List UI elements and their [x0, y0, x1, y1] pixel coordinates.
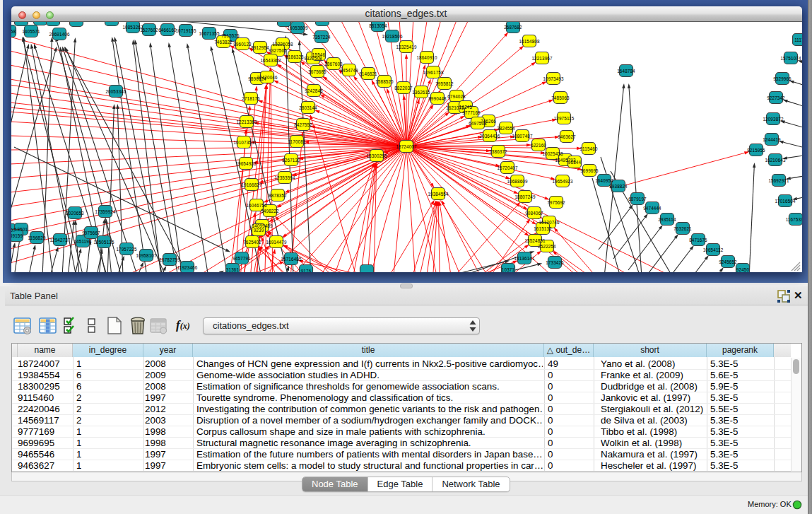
svg-text:1170081: 1170081 — [288, 139, 305, 144]
svg-text:20691406: 20691406 — [49, 32, 70, 37]
svg-text:1640954: 1640954 — [595, 178, 613, 183]
svg-text:9227342: 9227342 — [767, 95, 785, 100]
svg-text:9176: 9176 — [301, 269, 312, 273]
svg-text:10973493: 10973493 — [543, 76, 564, 81]
svg-text:9242848: 9242848 — [305, 88, 323, 93]
svg-text:2935114: 2935114 — [658, 217, 676, 222]
svg-text:22420046: 22420046 — [257, 75, 278, 80]
svg-text:17957225: 17957225 — [116, 247, 137, 252]
svg-text:16210643: 16210643 — [765, 158, 786, 163]
svg-text:12213369: 12213369 — [236, 119, 257, 124]
svg-text:7463822: 7463822 — [214, 40, 233, 45]
svg-text:16914479: 16914479 — [266, 240, 287, 245]
svg-text:6879197: 6879197 — [628, 197, 647, 201]
svg-text:17359924: 17359924 — [95, 209, 116, 214]
svg-text:96844: 96844 — [568, 160, 582, 165]
svg-text:1615132: 1615132 — [534, 226, 552, 231]
svg-text:1588520: 1588520 — [375, 79, 394, 84]
svg-text:1117: 1117 — [794, 37, 802, 42]
svg-text:11923466: 11923466 — [177, 265, 198, 270]
svg-text:1648784: 1648784 — [617, 69, 635, 74]
svg-text:1244419: 1244419 — [763, 137, 781, 142]
svg-text:9699695: 9699695 — [580, 168, 599, 173]
svg-text:19166827: 19166827 — [241, 182, 262, 187]
svg-text:8912954: 8912954 — [251, 45, 269, 50]
svg-text:11675335: 11675335 — [786, 217, 802, 222]
svg-text:6794028: 6794028 — [447, 94, 466, 99]
svg-text:31361: 31361 — [226, 267, 240, 272]
svg-text:1156829: 1156829 — [28, 235, 45, 240]
svg-text:20364436: 20364436 — [479, 134, 500, 139]
svg-text:17016504: 17016504 — [775, 199, 796, 204]
svg-text:18807249: 18807249 — [514, 194, 536, 199]
svg-text:16543362: 16543362 — [260, 58, 281, 63]
svg-text:12353594: 12353594 — [274, 175, 295, 180]
svg-text:6466160: 6466160 — [158, 28, 177, 33]
svg-text:19384554: 19384554 — [428, 192, 449, 197]
svg-text:10961758: 10961758 — [423, 70, 444, 75]
svg-text:15716485: 15716485 — [281, 257, 302, 262]
svg-text:2522254: 2522254 — [538, 244, 556, 249]
svg-text:3824554: 3824554 — [497, 126, 515, 131]
svg-text:16154808: 16154808 — [519, 39, 540, 44]
svg-text:1362615: 1362615 — [412, 90, 430, 95]
svg-text:7975692: 7975692 — [547, 200, 565, 205]
svg-text:8186328: 8186328 — [286, 54, 304, 59]
svg-text:10719155: 10719155 — [175, 28, 196, 33]
svg-text:2020653: 2020653 — [66, 211, 84, 216]
svg-text:10025438: 10025438 — [542, 151, 563, 156]
svg-text:8960123: 8960123 — [233, 42, 252, 47]
svg-text:9463627: 9463627 — [558, 134, 576, 139]
svg-text:9975667: 9975667 — [82, 230, 100, 235]
svg-text:2687682: 2687682 — [504, 25, 522, 30]
svg-text:10807487: 10807487 — [512, 134, 533, 139]
svg-text:19654923: 19654923 — [235, 161, 257, 166]
svg-text:10671355: 10671355 — [199, 31, 220, 36]
svg-text:622160: 622160 — [531, 143, 546, 148]
svg-text:9146821: 9146821 — [359, 71, 377, 76]
svg-text:16782759: 16782759 — [159, 257, 180, 262]
svg-text:1527602: 1527602 — [140, 28, 158, 33]
svg-text:16120746: 16120746 — [539, 220, 560, 225]
svg-text:18724007: 18724007 — [396, 144, 417, 149]
svg-text:13524851: 13524851 — [524, 238, 546, 243]
svg-text:5498222: 5498222 — [261, 209, 279, 214]
svg-text:8990448: 8990448 — [428, 96, 447, 101]
svg-text:12975115: 12975115 — [554, 116, 575, 121]
svg-text:12213967: 12213967 — [531, 56, 553, 61]
svg-text:7485063: 7485063 — [551, 95, 570, 100]
svg-text:12093872: 12093872 — [763, 117, 784, 122]
svg-text:8471676: 8471676 — [689, 238, 707, 243]
svg-text:15720407: 15720407 — [497, 165, 518, 170]
svg-text:2718176: 2718176 — [242, 96, 260, 101]
svg-text:92450: 92450 — [736, 267, 750, 272]
svg-text:3675685: 3675685 — [308, 69, 326, 74]
svg-text:7632621: 7632621 — [673, 226, 692, 231]
svg-text:19218506: 19218506 — [382, 34, 403, 39]
svg-text:1405571: 1405571 — [22, 29, 40, 34]
svg-text:9474444: 9474444 — [643, 206, 661, 211]
svg-text:9777169: 9777169 — [462, 110, 481, 115]
svg-text:9245652: 9245652 — [719, 259, 737, 264]
svg-text:8215955: 8215955 — [747, 148, 765, 153]
svg-text:9239: 9239 — [254, 228, 264, 233]
svg-text:10958107: 10958107 — [136, 253, 157, 258]
svg-text:14136141: 14136141 — [514, 256, 535, 261]
svg-text:8878352: 8878352 — [269, 193, 287, 198]
svg-text:7386372: 7386372 — [489, 149, 507, 154]
svg-text:8454749: 8454749 — [340, 68, 358, 73]
svg-text:10371: 10371 — [502, 267, 515, 272]
svg-text:8267130: 8267130 — [282, 158, 300, 163]
svg-text:10688609: 10688609 — [507, 179, 528, 184]
svg-text:8822037: 8822037 — [394, 86, 413, 90]
svg-text:7955812: 7955812 — [435, 81, 454, 86]
svg-text:10654112: 10654112 — [703, 247, 724, 252]
svg-text:16058: 16058 — [11, 29, 16, 34]
svg-text:8938824: 8938824 — [609, 184, 628, 189]
svg-text:6497508: 6497508 — [469, 121, 487, 126]
svg-text:12942737: 12942737 — [49, 238, 71, 243]
svg-text:8427552: 8427552 — [294, 122, 312, 127]
svg-text:7625402: 7625402 — [243, 240, 261, 245]
svg-text:16053809: 16053809 — [287, 25, 308, 30]
svg-text:10107353: 10107353 — [233, 140, 254, 145]
